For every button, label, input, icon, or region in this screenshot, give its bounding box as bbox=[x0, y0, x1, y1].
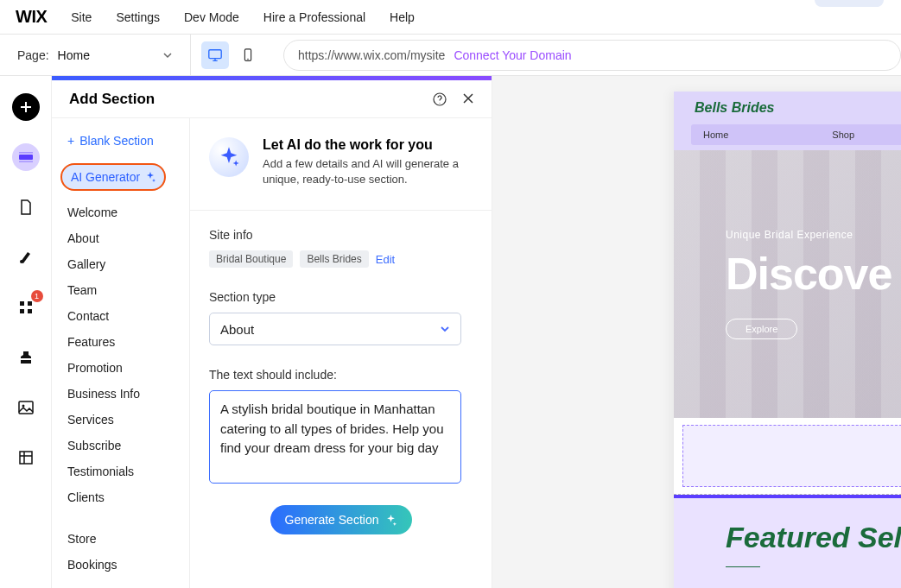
page-selector[interactable]: Page: Home bbox=[0, 48, 190, 62]
page-value: Home bbox=[58, 48, 90, 62]
section-drop-zone[interactable] bbox=[682, 425, 901, 487]
section-type-select[interactable]: About bbox=[209, 313, 461, 345]
blank-section-label: Blank Section bbox=[79, 134, 154, 148]
category-welcome[interactable]: Welcome bbox=[52, 199, 189, 225]
site-brand-title: Bells Brides bbox=[695, 100, 901, 116]
media-button[interactable] bbox=[12, 394, 40, 421]
page-label: Page: bbox=[17, 48, 49, 62]
svg-point-2 bbox=[247, 58, 248, 59]
category-features[interactable]: Features bbox=[52, 329, 189, 355]
site-url: https://www.wix.com/mysite bbox=[298, 48, 445, 62]
design-button[interactable] bbox=[12, 243, 40, 271]
svg-point-6 bbox=[20, 260, 23, 263]
wix-logo: WIX bbox=[16, 7, 47, 27]
apps-badge: 1 bbox=[31, 290, 43, 302]
close-icon[interactable] bbox=[462, 92, 474, 106]
category-list: + Blank Section AI Generator Welcome Abo… bbox=[52, 118, 190, 588]
pages-button[interactable] bbox=[12, 193, 40, 221]
sparkle-icon bbox=[385, 515, 397, 526]
svg-rect-3 bbox=[19, 155, 33, 160]
plus-icon: + bbox=[67, 134, 74, 148]
hero-heading: Discove bbox=[726, 248, 901, 300]
tag-bells-brides: Bells Brides bbox=[300, 250, 368, 268]
device-switcher bbox=[190, 35, 276, 75]
menu-hire-pro[interactable]: Hire a Professional bbox=[263, 10, 365, 24]
text-include-input[interactable] bbox=[209, 390, 461, 484]
svg-rect-13 bbox=[20, 452, 32, 464]
category-testimonials[interactable]: Testimonials bbox=[52, 458, 189, 484]
svg-rect-10 bbox=[28, 309, 32, 313]
top-menu-bar: WIX Site Settings Dev Mode Hire a Profes… bbox=[0, 0, 901, 35]
category-bookings[interactable]: Bookings bbox=[52, 552, 189, 578]
category-business-info[interactable]: Business Info bbox=[52, 381, 189, 407]
add-section-panel: Add Section + Blank Section AI Generator bbox=[52, 76, 492, 588]
svg-rect-5 bbox=[19, 161, 33, 163]
mobile-view-button[interactable] bbox=[234, 41, 262, 69]
generate-label: Generate Section bbox=[285, 513, 379, 527]
content-manager-button[interactable] bbox=[12, 444, 40, 471]
hero-cta-button[interactable]: Explore bbox=[726, 319, 797, 339]
tag-bridal-boutique: Bridal Boutique bbox=[209, 250, 293, 268]
svg-rect-9 bbox=[20, 309, 24, 313]
category-contact[interactable]: Contact bbox=[52, 303, 189, 329]
app-market-button[interactable] bbox=[12, 344, 40, 371]
chevron-down-icon bbox=[162, 50, 173, 60]
site-preview[interactable]: Bells Brides Home Shop Unique Bridal Exp… bbox=[674, 92, 901, 588]
ai-hero-desc: Add a few details and AI will generate a… bbox=[263, 156, 473, 187]
hero-section[interactable]: Unique Bridal Experience Discove Explore bbox=[674, 150, 901, 418]
category-clients[interactable]: Clients bbox=[52, 484, 189, 510]
category-gallery[interactable]: Gallery bbox=[52, 251, 189, 277]
sparkle-icon bbox=[145, 172, 155, 182]
generate-section-button[interactable]: Generate Section bbox=[270, 505, 412, 534]
svg-rect-7 bbox=[20, 301, 24, 306]
ai-generator-form: Let AI do the work for you Add a few det… bbox=[190, 118, 492, 588]
desktop-view-button[interactable] bbox=[201, 41, 229, 69]
url-bar[interactable]: https://www.wix.com/mysite Connect Your … bbox=[283, 40, 901, 71]
category-services[interactable]: Services bbox=[52, 407, 189, 433]
edit-site-info-link[interactable]: Edit bbox=[376, 253, 395, 266]
blank-section-button[interactable]: + Blank Section bbox=[52, 129, 189, 160]
svg-rect-8 bbox=[28, 301, 32, 306]
ai-generator-label: AI Generator bbox=[71, 170, 140, 184]
svg-rect-4 bbox=[19, 152, 33, 154]
chevron-down-icon bbox=[440, 324, 450, 334]
editor-canvas[interactable]: Bells Brides Home Shop Unique Bridal Exp… bbox=[492, 76, 901, 588]
svg-rect-11 bbox=[19, 401, 33, 414]
featured-section[interactable]: Featured Sel bbox=[674, 495, 901, 588]
menu-dev-mode[interactable]: Dev Mode bbox=[184, 10, 239, 24]
ai-sparkle-icon bbox=[209, 137, 249, 177]
apps-button[interactable]: 1 bbox=[12, 294, 40, 321]
nav-home[interactable]: Home bbox=[703, 130, 728, 140]
category-store[interactable]: Store bbox=[52, 526, 189, 552]
section-type-label: Section type bbox=[209, 290, 473, 304]
category-promotion[interactable]: Promotion bbox=[52, 355, 189, 381]
add-elements-button[interactable] bbox=[12, 93, 40, 121]
menu-help[interactable]: Help bbox=[390, 10, 415, 24]
add-section-button[interactable] bbox=[12, 143, 40, 171]
ai-hero-title: Let AI do the work for you bbox=[263, 137, 473, 153]
svg-rect-0 bbox=[209, 49, 221, 58]
category-subscribe[interactable]: Subscribe bbox=[52, 433, 189, 458]
panel-title: Add Section bbox=[69, 91, 155, 108]
featured-heading: Featured Sel bbox=[726, 521, 901, 554]
help-icon[interactable] bbox=[433, 92, 447, 106]
category-team[interactable]: Team bbox=[52, 277, 189, 303]
left-tool-rail: 1 bbox=[0, 76, 52, 588]
menu-settings[interactable]: Settings bbox=[116, 10, 160, 24]
category-ai-generator[interactable]: AI Generator bbox=[60, 163, 166, 191]
editor-toolbar: Page: Home https://www.wix.com/mysite Co… bbox=[0, 35, 901, 76]
nav-shop[interactable]: Shop bbox=[832, 130, 854, 140]
text-include-label: The text should include: bbox=[209, 368, 473, 382]
menu-site[interactable]: Site bbox=[71, 10, 92, 24]
site-info-label: Site info bbox=[209, 228, 473, 242]
section-type-value: About bbox=[220, 322, 254, 337]
hero-tagline: Unique Bridal Experience bbox=[726, 229, 901, 241]
category-about[interactable]: About bbox=[52, 225, 189, 251]
connect-domain-link[interactable]: Connect Your Domain bbox=[454, 48, 571, 62]
